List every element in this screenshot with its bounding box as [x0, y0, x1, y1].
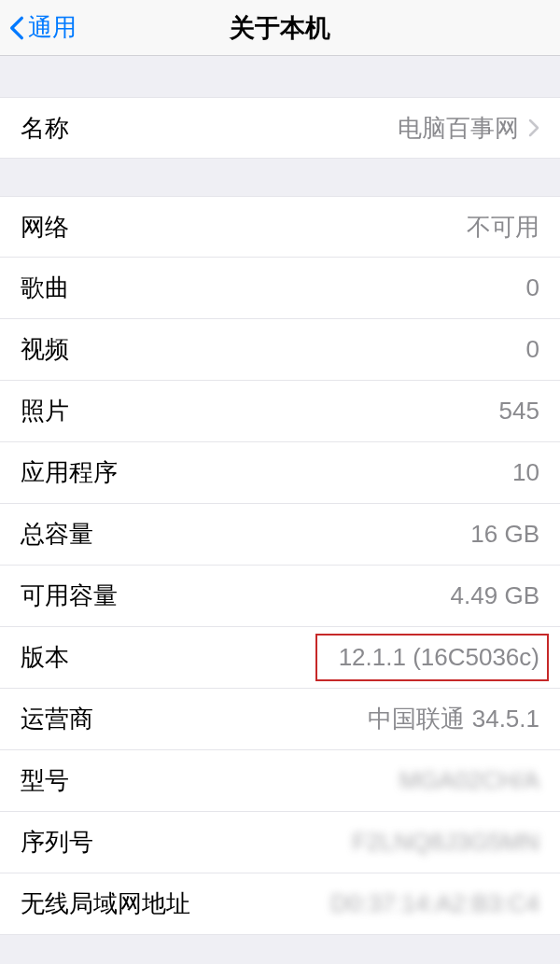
info-value: 10 [512, 458, 539, 487]
info-value: 16 GB [470, 520, 539, 549]
page-title: 关于本机 [230, 11, 330, 45]
info-value: D0:37:14:A2:B3:C4 [330, 889, 539, 918]
info-value: 12.1.1 (16C5036c) [339, 643, 539, 672]
info-label: 版本 [21, 641, 69, 674]
info-label: 型号 [21, 764, 69, 797]
info-label: 可用容量 [21, 580, 118, 612]
info-label: 应用程序 [21, 456, 118, 489]
info-row[interactable]: 视频0 [0, 319, 560, 381]
info-value: MGA02CH/A [399, 766, 539, 795]
info-row[interactable]: 可用容量4.49 GB [0, 566, 560, 627]
nav-header: 通用 关于本机 [0, 0, 560, 56]
info-row[interactable]: 照片545 [0, 381, 560, 442]
info-row[interactable]: 型号MGA02CH/A [0, 750, 560, 812]
info-value: 不可用 [467, 211, 539, 244]
name-label: 名称 [21, 112, 69, 145]
info-label: 无线局域网地址 [21, 887, 190, 920]
info-label: 序列号 [21, 826, 93, 859]
name-value: 电脑百事网 [398, 112, 539, 145]
info-label: 网络 [21, 211, 69, 244]
info-row[interactable]: 序列号F2LNQ8J3G5MN [0, 812, 560, 873]
info-value: 0 [526, 273, 539, 302]
back-label: 通用 [28, 11, 77, 44]
section-spacer [0, 56, 560, 97]
name-cell[interactable]: 名称 电脑百事网 [0, 97, 560, 159]
info-row[interactable]: 运营商中国联通 34.5.1 [0, 689, 560, 750]
info-row[interactable]: 歌曲0 [0, 258, 560, 319]
chevron-left-icon [9, 15, 24, 41]
info-label: 歌曲 [21, 272, 69, 304]
info-row[interactable]: 网络不可用 [0, 196, 560, 258]
back-button[interactable]: 通用 [0, 11, 77, 44]
info-row[interactable]: 版本12.1.1 (16C5036c) [0, 627, 560, 689]
chevron-right-icon [528, 119, 539, 137]
info-value: 545 [499, 397, 539, 426]
info-label: 照片 [21, 395, 69, 427]
info-row[interactable]: 应用程序10 [0, 442, 560, 504]
info-value: F2LNQ8J3G5MN [352, 828, 539, 857]
info-label: 运营商 [21, 703, 93, 735]
info-value: 0 [526, 335, 539, 364]
info-row[interactable]: 总容量16 GB [0, 504, 560, 566]
info-row[interactable]: 无线局域网地址D0:37:14:A2:B3:C4 [0, 873, 560, 935]
info-label: 总容量 [21, 518, 93, 551]
info-value: 4.49 GB [451, 581, 539, 610]
info-label: 视频 [21, 333, 69, 366]
section-spacer [0, 159, 560, 196]
info-value: 中国联通 34.5.1 [368, 703, 539, 735]
